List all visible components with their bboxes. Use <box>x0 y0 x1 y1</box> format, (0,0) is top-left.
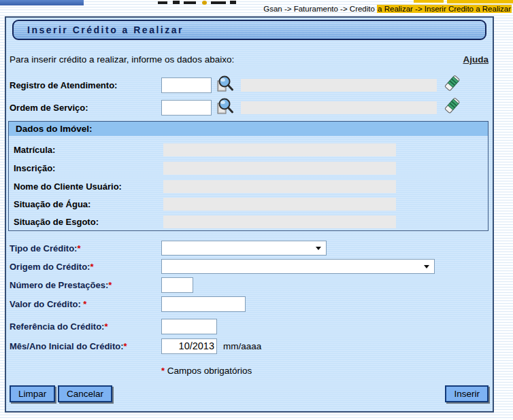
required-asterisk: * <box>108 280 112 290</box>
matricula-value <box>163 143 396 156</box>
tipo-credito-label: Tipo de Crédito:* <box>10 243 161 253</box>
breadcrumb-highlighted: a Realizar -> Inserir Credito a Realizar <box>377 5 512 13</box>
registro-atendimento-input[interactable] <box>161 77 212 93</box>
registro-atendimento-display <box>241 79 437 92</box>
date-format-hint: mm/aaaa <box>223 341 261 351</box>
numero-prestacoes-label: Número de Prestações:* <box>10 280 161 290</box>
situacao-agua-row: Situação de Água: <box>14 196 488 211</box>
tipo-credito-row: Tipo de Crédito:* <box>10 239 493 257</box>
referencia-credito-input[interactable] <box>161 319 217 334</box>
inscricao-label: Inscrição: <box>14 163 163 173</box>
breadcrumb: Gsan -> Faturamento -> Credito a Realiza… <box>263 5 512 13</box>
chevron-down-icon <box>424 265 429 268</box>
inscricao-value <box>163 162 396 175</box>
chevron-down-icon <box>316 247 321 250</box>
origem-credito-row: Origem do Crédito:* <box>10 258 493 275</box>
valor-credito-label: Valor do Crédito: * <box>10 299 161 309</box>
mes-ano-credito-row: Mês/Ano Inicial do Crédito:* mm/aaaa <box>10 337 493 355</box>
required-asterisk: * <box>104 321 107 332</box>
required-asterisk: * <box>77 243 80 253</box>
intro-text: Para inserir crédito a realizar, informe… <box>10 54 234 65</box>
valor-credito-row: Valor do Crédito: * <box>10 295 493 313</box>
main-panel: Inserir Crédito a Realizar Para inserir … <box>5 16 494 413</box>
tipo-credito-select[interactable] <box>161 241 327 256</box>
cropped-header-glyph <box>173 1 180 4</box>
breadcrumb-plain: Gsan -> Faturamento -> Credito <box>263 5 377 13</box>
page-title-bar: Inserir Crédito a Realizar <box>12 20 486 40</box>
situacao-agua-value <box>163 198 396 211</box>
eraser-icon[interactable] <box>443 75 461 95</box>
search-icon[interactable] <box>216 75 234 96</box>
origem-credito-label-text: Origem do Crédito: <box>10 262 90 272</box>
intro-row: Para inserir crédito a realizar, informe… <box>10 54 489 65</box>
mes-ano-credito-label-text: Mês/Ano Inicial do Crédito: <box>10 341 124 351</box>
situacao-esgoto-value <box>163 215 396 228</box>
required-fields-note-text: Campos obrigatórios <box>165 366 252 376</box>
ordem-servico-label: Ordem de Serviço: <box>10 103 161 113</box>
situacao-esgoto-label: Situação de Esgoto: <box>14 217 163 227</box>
numero-prestacoes-label-text: Número de Prestações: <box>10 280 108 290</box>
cropped-header-dot <box>202 1 207 5</box>
valor-credito-label-text: Valor do Crédito: <box>10 299 83 309</box>
page-title: Inserir Crédito a Realizar <box>27 24 184 35</box>
registro-atendimento-label: Registro de Atendimento: <box>10 80 161 90</box>
cropped-highlight-sliver <box>447 0 513 3</box>
origem-credito-label: Origem do Crédito:* <box>10 262 161 272</box>
ordem-servico-input[interactable] <box>161 100 212 116</box>
ordem-servico-display <box>241 101 437 114</box>
required-fields-note: * Campos obrigatórios <box>161 366 252 376</box>
eraser-icon[interactable] <box>443 97 461 118</box>
registro-atendimento-row: Registro de Atendimento: <box>10 76 493 94</box>
cropped-highlight-sliver <box>414 0 444 3</box>
referencia-credito-label: Referência do Crédito:* <box>10 321 161 332</box>
inscricao-row: Inscrição: <box>14 160 488 175</box>
required-asterisk: * <box>90 262 93 272</box>
situacao-agua-label: Situação de Água: <box>14 199 163 209</box>
dados-imovel-header: Dados do Imóvel: <box>9 122 488 136</box>
mes-ano-credito-input[interactable] <box>161 338 217 354</box>
referencia-credito-label-text: Referência do Crédito: <box>10 321 104 332</box>
nome-cliente-row: Nome do Cliente Usuário: <box>14 179 488 194</box>
origem-credito-select[interactable] <box>161 259 435 274</box>
cropped-header-glyph <box>230 1 236 4</box>
mes-ano-credito-label: Mês/Ano Inicial do Crédito:* <box>10 341 161 351</box>
nome-cliente-label: Nome do Cliente Usuário: <box>14 181 163 192</box>
cropped-header-glyph <box>184 1 196 4</box>
help-link[interactable]: Ajuda <box>463 54 489 65</box>
limpar-button[interactable]: Limpar <box>10 385 55 402</box>
search-icon[interactable] <box>216 97 234 118</box>
cancelar-button[interactable]: Cancelar <box>58 385 112 402</box>
cropped-header-glyph <box>158 1 167 4</box>
cropped-header-glyph <box>211 1 226 4</box>
matricula-row: Matrícula: <box>14 142 488 157</box>
tipo-credito-label-text: Tipo de Crédito: <box>10 243 77 253</box>
situacao-esgoto-row: Situação de Esgoto: <box>14 214 488 229</box>
cropped-header-bar <box>0 0 84 5</box>
numero-prestacoes-row: Número de Prestações:* <box>10 276 493 294</box>
valor-credito-input[interactable] <box>161 296 246 312</box>
ordem-servico-row: Ordem de Serviço: <box>10 99 493 116</box>
inserir-button[interactable]: Inserir <box>445 385 489 402</box>
required-asterisk: * <box>124 341 127 351</box>
numero-prestacoes-input[interactable] <box>161 277 193 293</box>
referencia-credito-row: Referência do Crédito:* <box>10 317 493 335</box>
dados-imovel-section: Dados do Imóvel: Matrícula: Inscrição: N… <box>8 121 489 231</box>
required-asterisk: * <box>83 299 86 309</box>
gsan-page: Gsan -> Faturamento -> Credito a Realiza… <box>0 0 513 420</box>
nome-cliente-value <box>163 180 396 193</box>
matricula-label: Matrícula: <box>14 145 163 155</box>
